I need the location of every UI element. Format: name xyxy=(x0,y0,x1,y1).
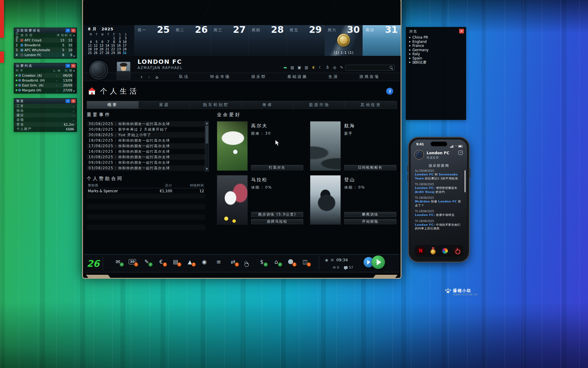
browse-item[interactable]: France xyxy=(409,44,463,48)
scouting-icon[interactable]: ▤ 1 xyxy=(171,257,180,266)
event-row[interactable]: 10/08/2025 : 你和你的朋友一起打高尔夫球 xyxy=(87,154,205,160)
calendar-day-cell[interactable]: 周四 28 xyxy=(248,25,286,56)
nav-item[interactable]: 队伍 xyxy=(179,74,189,79)
medal-app-icon[interactable] xyxy=(430,247,436,255)
news-icon[interactable]: ≡ xyxy=(214,257,223,266)
event-row[interactable]: 30/08/2025 : 你和你的朋友一起打高尔夫球 xyxy=(87,121,205,127)
event-row[interactable]: 30/08/2025 : 新学年再过 2 天就要开始了 xyxy=(87,127,205,132)
browse-item[interactable]: England xyxy=(409,40,463,44)
tab[interactable]: 概要 xyxy=(87,101,139,109)
scrollbar[interactable]: ▲ ▼ xyxy=(205,121,209,171)
night-icon[interactable]: ☾ xyxy=(318,65,323,70)
info-button[interactable]: i xyxy=(386,88,393,95)
event-row[interactable]: 30/08/2025 : Yue 开始上小学了 xyxy=(87,132,205,138)
nav-item[interactable]: 俱乐部 xyxy=(251,74,266,79)
phone-scrollbar[interactable] xyxy=(465,170,466,192)
climb-training-button[interactable]: 攀爬训练 xyxy=(344,212,396,217)
calendar-week-row[interactable]: 25 26 27 28 29 30 31 xyxy=(88,51,134,55)
scroll-thumb[interactable] xyxy=(205,126,208,144)
browse-item[interactable]: 国际比赛 xyxy=(409,60,463,65)
close-icon[interactable] xyxy=(71,29,76,33)
media-icon[interactable]: ▣ xyxy=(297,65,302,70)
event-row[interactable]: 03/08/2025 : 你和你的朋友一起打高尔夫球 xyxy=(87,165,205,171)
browse-item[interactable]: Germany xyxy=(409,48,463,52)
popout-icon[interactable] xyxy=(66,64,70,68)
settings-gear-icon[interactable]: ⚙ xyxy=(330,258,334,262)
power-app-icon[interactable] xyxy=(454,247,461,255)
scroll-down-icon[interactable]: ▼ xyxy=(205,167,209,171)
photos-app-icon[interactable] xyxy=(442,247,448,254)
day-skipper-button[interactable]: 日间租船船长 xyxy=(344,165,396,170)
event-row[interactable]: 09/08/2025 : 你和你的朋友一起打高尔夫球 xyxy=(87,160,205,165)
sponsor-icon[interactable]: $ ✓ xyxy=(258,257,266,266)
news-item[interactable]: Th 28/08/2025 London FC: 中场技术家在他们的列单上排位很… xyxy=(415,220,462,231)
back-icon[interactable]: ‹ xyxy=(141,75,142,79)
home-icon[interactable]: ⌂ xyxy=(156,75,158,79)
schedule-icon[interactable]: 30 1 xyxy=(128,257,137,266)
tab[interactable]: 其他投资 xyxy=(345,101,397,109)
nav-item[interactable]: 转会市场 xyxy=(210,74,230,79)
stadium-icon[interactable]: ⌂ ✓ xyxy=(272,257,281,266)
search-icon[interactable] xyxy=(390,66,393,69)
development-icon[interactable]: ✎ ✓ xyxy=(142,257,151,266)
calendar-day-cell[interactable]: 周五 29 xyxy=(287,25,325,56)
continue-button[interactable] xyxy=(371,255,385,269)
calendar-day-cell[interactable]: 周一 25 xyxy=(134,25,172,56)
finances-icon[interactable]: € 2 xyxy=(157,257,165,266)
search-input[interactable] xyxy=(345,65,394,70)
cash-icon[interactable]: ▬ xyxy=(283,65,288,70)
stats-icon[interactable]: ▥ xyxy=(304,65,309,70)
browse-item[interactable]: Spain xyxy=(409,56,463,61)
scouting-icon[interactable]: ◎ xyxy=(332,65,337,70)
scroll-up-icon[interactable]: ▲ xyxy=(205,121,209,125)
fixture-row[interactable]: East Grin. (A) - 20/09 xyxy=(14,83,77,88)
popout-icon[interactable] xyxy=(66,99,70,103)
city-icon[interactable]: ◫ 1 xyxy=(301,257,309,266)
world-icon[interactable]: ♁ xyxy=(325,65,330,70)
event-row[interactable]: 16/08/2025 : 你和你的朋友一起打高尔夫球 xyxy=(87,149,205,154)
league-row[interactable]: 3 AFC Whyteleafe 5 10 xyxy=(14,48,77,52)
calendar-day-cell[interactable]: 周六 30 (1) 1-1 (1) xyxy=(325,25,363,56)
popout-icon[interactable] xyxy=(66,29,70,33)
calendar-day-cell[interactable]: 周日 31 xyxy=(363,25,401,56)
scrollbar[interactable] xyxy=(73,34,76,58)
league-row[interactable]: 1 AFC Croyd. 13 13 xyxy=(14,38,77,43)
calendar-week-row[interactable]: 4 5 6 7 8 9 10 xyxy=(88,40,134,44)
play-golf-button[interactable]: 打高尔夫 xyxy=(251,165,303,170)
external-link-icon[interactable] xyxy=(458,151,463,155)
fixture-row[interactable]: Crowbor. (A) - 06/09 xyxy=(14,73,77,78)
mail-count[interactable]: 0 xyxy=(333,266,339,270)
news-item[interactable]: Th 28/08/2025 London FC: 急需中场球员 xyxy=(415,210,462,217)
nav-item[interactable]: 基础设施 xyxy=(287,74,307,79)
search-icon[interactable]: ○ xyxy=(243,257,252,266)
fixtures-column-headers[interactable]: 对 手 L. M 日 期 xyxy=(14,68,77,73)
calendar-week-row[interactable]: 11 12 13 14 15 16 17 xyxy=(88,44,134,47)
chat-count[interactable]: 57 xyxy=(344,266,353,270)
calendar-day-cell[interactable]: 周三 27 xyxy=(210,25,248,56)
calendar-day-cell[interactable]: 周二 26 xyxy=(172,25,210,56)
calendar-week-row[interactable]: 1 2 3 xyxy=(88,36,134,40)
league-row[interactable]: 4 London FC 6 9 xyxy=(14,52,77,57)
news-item[interactable]: Th 28/08/2025 London FC: 管理层想要延长 Ardit V… xyxy=(415,183,462,194)
tab[interactable]: 跑车和别墅 xyxy=(190,101,242,109)
cards-icon[interactable]: ▤ xyxy=(290,65,295,70)
tab[interactable]: 家庭 xyxy=(139,101,190,109)
browse-item[interactable]: China PR xyxy=(409,36,463,40)
club-crest-icon[interactable]: ◉ xyxy=(200,257,209,266)
staff-icon[interactable]: ☻ 2 xyxy=(286,257,295,266)
fixture-row[interactable]: Margate (H) - 27/09 xyxy=(14,88,77,93)
browse-item[interactable]: Italy xyxy=(409,52,463,56)
netflix-app-icon[interactable]: N xyxy=(417,247,424,255)
scrollbar[interactable] xyxy=(73,69,76,93)
choose-marathon-button[interactable]: 选择马拉松 xyxy=(251,219,303,224)
event-row[interactable]: 17/08/2025 : 你和你的朋友一起打高尔夫球 xyxy=(87,143,205,149)
nav-item[interactable]: 游戏选项 xyxy=(360,74,380,79)
event-row[interactable]: 18/08/2025 : 你和你的朋友一起打高尔夫球 xyxy=(87,138,205,143)
tab[interactable]: 奢侈 xyxy=(242,101,294,109)
tab[interactable]: 股票市场 xyxy=(294,101,345,109)
inbox-icon[interactable]: ✉ ✓ xyxy=(114,257,122,266)
league-row[interactable]: 2 Broadbrid. 5 10 xyxy=(14,43,77,48)
news-item[interactable]: Th 28/08/2025 McAidoo 快被 London FC 抢走了？ xyxy=(415,196,462,207)
calendar-week-row[interactable]: 18 19 20 21 22 23 24 xyxy=(88,47,134,51)
nav-item[interactable]: 生涯 xyxy=(328,74,338,79)
